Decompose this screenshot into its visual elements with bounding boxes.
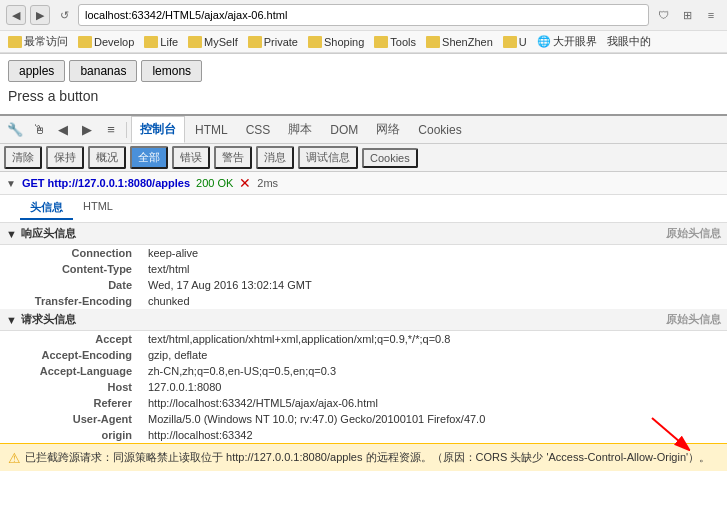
error-icon: ✕ — [239, 175, 251, 191]
bookmark-dkyw[interactable]: 🌐 大开眼界 — [533, 33, 601, 50]
network-request-row[interactable]: ▼ GET http://127.0.0.1:8080/apples 200 O… — [0, 172, 727, 195]
header-value: Wed, 17 Aug 2016 13:02:14 GMT — [140, 277, 727, 293]
back-button[interactable]: ◀ — [6, 5, 26, 25]
table-row: Date Wed, 17 Aug 2016 13:02:14 GMT — [0, 277, 727, 293]
devtools-subtabs: 清除 保持 概况 全部 错误 警告 消息 调试信息 Cookies — [0, 144, 727, 172]
devtools-tab-dom[interactable]: DOM — [322, 119, 366, 141]
folder-icon — [374, 36, 388, 48]
page-content: apples bananas lemons Press a button — [0, 54, 727, 114]
table-row: User-Agent Mozilla/5.0 (Windows NT 10.0;… — [0, 411, 727, 427]
folder-icon — [188, 36, 202, 48]
bookmark-life[interactable]: Life — [140, 35, 182, 49]
header-value: text/html,application/xhtml+xml,applicat… — [140, 331, 727, 347]
bookmark-label: 最常访问 — [24, 34, 68, 49]
table-row: Content-Type text/html — [0, 261, 727, 277]
subtab-all[interactable]: 全部 — [130, 146, 168, 169]
request-headers-label: 请求头信息 — [21, 312, 76, 327]
expand-icon[interactable]: ▼ — [6, 228, 17, 240]
devtools-tab-cookies[interactable]: Cookies — [410, 119, 469, 141]
error-bar: ⚠ 已拦截跨源请求：同源策略禁止读取位于 http://127.0.0.1:80… — [0, 443, 727, 471]
bookmark-develop[interactable]: Develop — [74, 35, 138, 49]
devtools-forward-icon[interactable]: ▶ — [76, 119, 98, 141]
bananas-button[interactable]: bananas — [69, 60, 137, 82]
request-headers-table: Accept text/html,application/xhtml+xml,a… — [0, 331, 727, 443]
header-value: zh-CN,zh;q=0.8,en-US;q=0.5,en;q=0.3 — [140, 363, 727, 379]
header-key: Date — [0, 277, 140, 293]
bookmarks-bar: 最常访问 Develop Life MySelf Private Shoping… — [0, 31, 727, 53]
table-row: Referer http://localhost:63342/HTML5/aja… — [0, 395, 727, 411]
bookmark-label: Private — [264, 36, 298, 48]
response-headers-label: 响应头信息 — [21, 226, 76, 241]
apples-button[interactable]: apples — [8, 60, 65, 82]
bookmark-label: Tools — [390, 36, 416, 48]
subtab-debug[interactable]: 调试信息 — [298, 146, 358, 169]
bookmark-u[interactable]: U — [499, 35, 531, 49]
devtools-back-icon[interactable]: ◀ — [52, 119, 74, 141]
header-key: Accept-Language — [0, 363, 140, 379]
bookmark-label: 大开眼界 — [553, 34, 597, 49]
header-key: Accept-Encoding — [0, 347, 140, 363]
bookmark-shenzhen[interactable]: ShenZhen — [422, 35, 497, 49]
devtools-inspect-icon[interactable]: 🔧 — [4, 119, 26, 141]
header-value: Mozilla/5.0 (Windows NT 10.0; rv:47.0) G… — [140, 411, 727, 427]
devtools-tab-script[interactable]: 脚本 — [280, 117, 320, 142]
header-key: origin — [0, 427, 140, 443]
address-bar[interactable] — [78, 4, 649, 26]
bookmark-tools[interactable]: Tools — [370, 35, 420, 49]
raw-label: 原始头信息 — [666, 226, 721, 241]
header-key: User-Agent — [0, 411, 140, 427]
subtab-messages[interactable]: 消息 — [256, 146, 294, 169]
nav-bar: ◀ ▶ ↺ 🛡 ⊞ ≡ — [0, 0, 727, 31]
table-row: origin http://localhost:63342 — [0, 427, 727, 443]
header-key: Accept — [0, 331, 140, 347]
devtools-pointer-icon[interactable]: 🖱 — [28, 119, 50, 141]
bookmark-label: Life — [160, 36, 178, 48]
bookmark-label: ShenZhen — [442, 36, 493, 48]
subtab-warnings[interactable]: 警告 — [214, 146, 252, 169]
table-row: Host 127.0.0.1:8080 — [0, 379, 727, 395]
bookmark-label: 我眼中的 — [607, 34, 651, 49]
expand-arrow-icon[interactable]: ▼ — [6, 178, 16, 189]
bookmark-label: Develop — [94, 36, 134, 48]
subtab-errors[interactable]: 错误 — [172, 146, 210, 169]
tab-html[interactable]: HTML — [73, 197, 123, 220]
lemons-button[interactable]: lemons — [141, 60, 202, 82]
bookmark-myself[interactable]: MySelf — [184, 35, 242, 49]
bookmark-private[interactable]: Private — [244, 35, 302, 49]
folder-icon — [8, 36, 22, 48]
folder-icon — [426, 36, 440, 48]
devtools-menu-icon[interactable]: ≡ — [100, 119, 122, 141]
bookmark-shoping[interactable]: Shoping — [304, 35, 368, 49]
table-row: Transfer-Encoding chunked — [0, 293, 727, 309]
table-row: Accept-Language zh-CN,zh;q=0.8,en-US;q=0… — [0, 363, 727, 379]
devtools-tab-html[interactable]: HTML — [187, 119, 236, 141]
bookmark-label: U — [519, 36, 527, 48]
header-value: gzip, deflate — [140, 347, 727, 363]
forward-button[interactable]: ▶ — [30, 5, 50, 25]
devtools-tab-css[interactable]: CSS — [238, 119, 279, 141]
grid-icon[interactable]: ⊞ — [677, 5, 697, 25]
devtools-tab-network[interactable]: 网络 — [368, 117, 408, 142]
menu-icon[interactable]: ≡ — [701, 5, 721, 25]
header-key: Referer — [0, 395, 140, 411]
subtab-keep[interactable]: 保持 — [46, 146, 84, 169]
bookmark-zuichang[interactable]: 最常访问 — [4, 33, 72, 50]
request-detail-tabs: 头信息 HTML — [0, 195, 727, 223]
header-key: Connection — [0, 245, 140, 261]
response-headers-section: ▼ 响应头信息 原始头信息 — [0, 223, 727, 245]
bookmark-wyzd[interactable]: 我眼中的 — [603, 33, 655, 50]
header-key: Transfer-Encoding — [0, 293, 140, 309]
devtools-tab-console[interactable]: 控制台 — [131, 116, 185, 143]
shield-icon: 🛡 — [653, 5, 673, 25]
tab-headers[interactable]: 头信息 — [20, 197, 73, 220]
folder-icon — [248, 36, 262, 48]
subtab-clear[interactable]: 清除 — [4, 146, 42, 169]
reload-button[interactable]: ↺ — [54, 5, 74, 25]
expand-icon[interactable]: ▼ — [6, 314, 17, 326]
timing-text: 2ms — [257, 177, 278, 189]
folder-icon — [78, 36, 92, 48]
header-key: Content-Type — [0, 261, 140, 277]
subtab-overview[interactable]: 概况 — [88, 146, 126, 169]
table-row: Accept-Encoding gzip, deflate — [0, 347, 727, 363]
subtab-cookies[interactable]: Cookies — [362, 148, 418, 168]
